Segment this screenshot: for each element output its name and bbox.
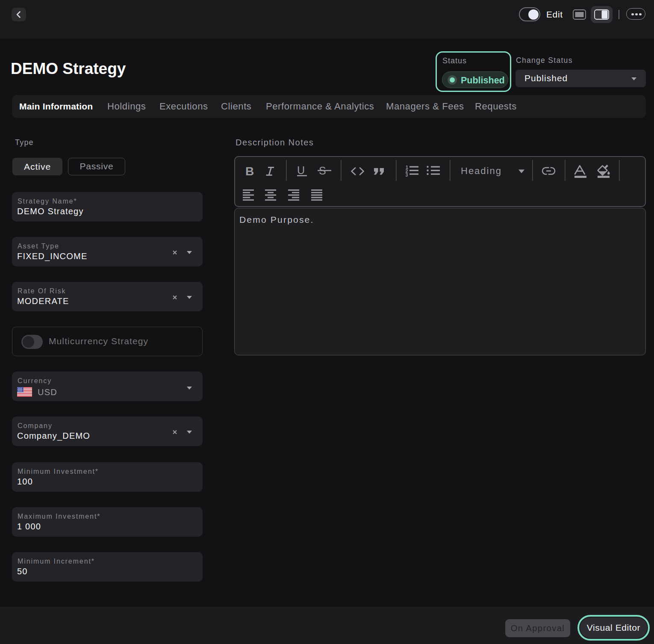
svg-text:B: B <box>245 165 254 178</box>
svg-text:3: 3 <box>406 172 408 177</box>
svg-text:Heading: Heading <box>461 165 502 176</box>
svg-text:U: U <box>297 164 305 176</box>
